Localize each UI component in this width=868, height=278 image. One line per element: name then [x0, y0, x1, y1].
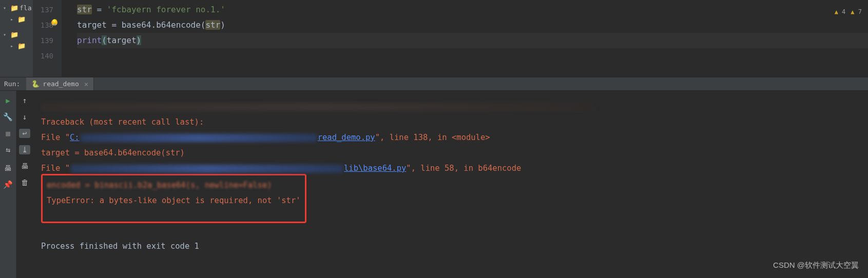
- file-link[interactable]: read_demo.py: [318, 133, 375, 142]
- print-icon[interactable]: 🖶: [4, 164, 13, 173]
- highlighted-error: encoded = binascii.b2a_base64(s, newline…: [41, 174, 306, 223]
- wrench-icon[interactable]: 🔧: [4, 112, 13, 122]
- pin-icon[interactable]: 📌: [4, 180, 13, 189]
- redacted-line: [41, 103, 595, 111]
- trash-icon[interactable]: 🗑: [19, 178, 30, 187]
- line-number: 139: [33, 33, 53, 48]
- traceback-line: encoded = binascii.b2a_base64(s, newline…: [41, 176, 860, 223]
- exit-status: Process finished with exit code 1: [41, 239, 199, 254]
- rerun-button[interactable]: ▶: [4, 96, 13, 105]
- run-toolbar: Run: 🐍 read_demo ×: [0, 77, 868, 91]
- file-link[interactable]: C:: [70, 133, 80, 142]
- run-tool-window: ▶ 🔧 ■ ⇆ 🖶 📌 ↑ ↓ ↩ ⤓ 🖶 🗑 Traceback (most …: [0, 91, 868, 278]
- folder-icon: 📁: [17, 15, 26, 23]
- layout-icon[interactable]: ⇆: [4, 145, 13, 154]
- inspection-badges[interactable]: ▲ 4 ▲ 7: [835, 4, 862, 19]
- warning-icon: ▲: [835, 8, 838, 15]
- chevron-right-icon[interactable]: ▸: [10, 16, 16, 22]
- run-gutter-left: ▶ 🔧 ■ ⇆ 🖶 📌: [0, 91, 16, 278]
- code-line[interactable]: str = 'fcbayern forever no.1.': [77, 2, 868, 17]
- stop-button[interactable]: ■: [4, 129, 13, 138]
- line-gutter: 137 138 139 140: [33, 0, 62, 77]
- tree-row[interactable]: ▾ 📁: [0, 29, 33, 40]
- folder-icon: 📁: [10, 31, 18, 38]
- warning-icon: ▲: [851, 8, 854, 15]
- folder-icon: 📁: [10, 4, 18, 12]
- close-icon[interactable]: ×: [84, 80, 88, 88]
- redacted-path: [81, 134, 317, 142]
- scroll-to-end-button[interactable]: ⤓: [19, 145, 30, 154]
- editor-pane: ▾ 📁 fla ▸ 📁 ▾ 📁 ▸ 📁 137 138 139 140 ▲ 4 …: [0, 0, 868, 77]
- project-tree[interactable]: ▾ 📁 fla ▸ 📁 ▾ 📁 ▸ 📁: [0, 0, 33, 77]
- tree-row[interactable]: ▸ 📁: [0, 40, 33, 51]
- run-gutter-right: ↑ ↓ ↩ ⤓ 🖶 🗑: [16, 91, 33, 278]
- run-label: Run:: [0, 80, 26, 88]
- redacted-path: [71, 165, 343, 173]
- console-output[interactable]: Traceback (most recent call last): File …: [33, 91, 868, 278]
- soft-wrap-button[interactable]: ↩: [19, 129, 30, 138]
- warning-count: 4: [838, 8, 845, 15]
- error-message: TypeError: a bytes-like object is requir…: [47, 196, 301, 205]
- chevron-down-icon[interactable]: ▾: [3, 5, 9, 11]
- intention-bulb-icon[interactable]: 💡: [51, 19, 57, 26]
- run-tab[interactable]: 🐍 read_demo ×: [26, 77, 94, 90]
- text-caret: ): [137, 35, 142, 45]
- scroll-up-icon[interactable]: ↑: [19, 96, 30, 105]
- traceback-line: File "C:read_demo.py", line 138, in <mod…: [41, 130, 860, 145]
- print-icon[interactable]: 🖶: [19, 162, 30, 171]
- traceback-line: target = base64.b64encode(str): [41, 145, 860, 161]
- warning-count: 7: [855, 8, 862, 15]
- python-icon: 🐍: [31, 80, 40, 88]
- traceback-header: Traceback (most recent call last):: [41, 114, 860, 130]
- chevron-right-icon[interactable]: ▸: [10, 43, 16, 49]
- file-link[interactable]: lib\base64.py: [344, 164, 406, 173]
- chevron-down-icon[interactable]: ▾: [3, 32, 9, 37]
- tree-row[interactable]: ▸ 📁: [0, 13, 33, 25]
- watermark: CSDN @软件测试大空翼: [773, 257, 859, 273]
- code-line[interactable]: [77, 48, 868, 64]
- code-line[interactable]: print(target): [77, 33, 868, 48]
- line-number: 140: [33, 48, 53, 64]
- tree-label: fla: [20, 4, 31, 12]
- code-line[interactable]: target = base64.b64encode(str): [77, 17, 868, 33]
- tree-row[interactable]: ▾ 📁 fla: [0, 2, 33, 13]
- run-tab-label: read_demo: [43, 80, 79, 88]
- code-editor[interactable]: ▲ 4 ▲ 7 💡 str = 'fcbayern forever no.1.'…: [62, 0, 868, 77]
- scroll-down-icon[interactable]: ↓: [19, 112, 30, 122]
- folder-icon: 📁: [17, 42, 26, 50]
